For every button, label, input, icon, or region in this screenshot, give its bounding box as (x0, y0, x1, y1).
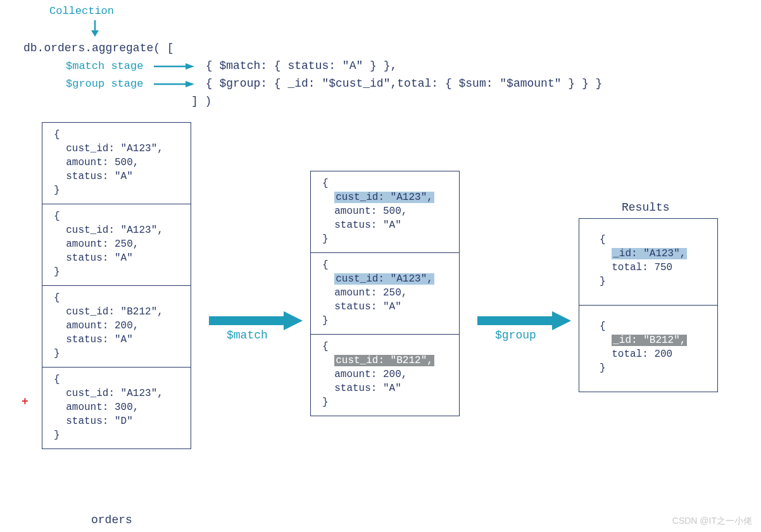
orders-doc: { cust_id: "B212", amount: 200, status: … (42, 286, 191, 368)
svg-marker-5 (186, 81, 194, 87)
arrow-down-icon (89, 19, 101, 38)
orders-doc: { cust_id: "A123", amount: 300, status: … (42, 368, 191, 448)
orders-label: orders (91, 514, 132, 526)
results-doc: { _id: "B212", total: 200 } (579, 306, 717, 392)
matched-box: { cust_id: "A123", amount: 500, status: … (310, 171, 460, 416)
arrow-right-icon (153, 62, 197, 71)
match-stage-label: $match stage (66, 60, 143, 72)
results-box: { _id: "A123", total: 750 } { _id: "B212… (579, 218, 718, 392)
svg-marker-6 (209, 311, 303, 330)
aggregate-close: ] ) (191, 92, 211, 110)
results-doc: { _id: "A123", total: 750 } (579, 219, 717, 306)
watermark: CSDN @IT之一小佬 (672, 516, 752, 527)
group-arrow-label: $group (495, 329, 536, 342)
matched-doc: { cust_id: "A123", amount: 500, status: … (311, 171, 459, 253)
aggregate-call: db.orders.aggregate( [ (23, 39, 174, 57)
arrow-right-icon (153, 80, 197, 89)
matched-doc: { cust_id: "B212", amount: 200, status: … (311, 335, 459, 416)
svg-marker-7 (477, 311, 571, 330)
results-label: Results (622, 201, 670, 214)
svg-marker-1 (91, 30, 99, 37)
orders-box: { cust_id: "A123", amount: 500, status: … (42, 122, 191, 449)
svg-marker-3 (186, 63, 194, 70)
match-arrow-label: $match (227, 329, 268, 342)
group-code: { $group: { _id: "$cust_id",total: { $su… (206, 77, 603, 90)
red-plus-marker: + (22, 395, 28, 408)
orders-doc: { cust_id: "A123", amount: 250, status: … (42, 204, 191, 286)
match-code: { $match: { status: "A" } }, (206, 59, 397, 72)
collection-label: Collection (49, 5, 114, 17)
orders-doc: { cust_id: "A123", amount: 500, status: … (42, 123, 191, 204)
matched-doc: { cust_id: "A123", amount: 250, status: … (311, 253, 459, 335)
group-stage-label: $group stage (66, 78, 143, 90)
